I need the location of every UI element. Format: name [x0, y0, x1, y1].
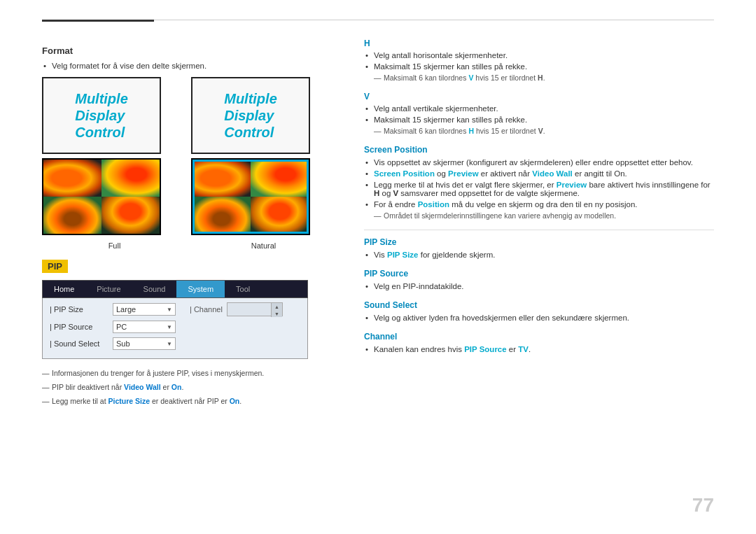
pip-size-value: Large	[116, 305, 136, 314]
menu-item-system[interactable]: System	[176, 281, 225, 297]
pip-source-label: | PIP Source	[50, 323, 113, 331]
screen-position-section: Screen Position Vis oppsettet av skjerme…	[364, 145, 714, 220]
channel-spin-down[interactable]: ▼	[272, 310, 282, 317]
pip-source-select[interactable]: PC ▼	[113, 321, 176, 333]
pip-size-link: PIP Size	[387, 251, 419, 259]
v-note-v-bold: V	[538, 127, 543, 135]
pip-source-info-title: PIP Source	[364, 269, 714, 279]
h-section: H Velg antall horisontale skjermenheter.…	[364, 38, 714, 82]
photo-cell-5	[192, 160, 251, 197]
sound-select-info: Sound Select Velg og aktiver lyden fra h…	[364, 300, 714, 322]
photo-cell-4	[102, 197, 160, 234]
left-column: Format Velg formatet for å vise den delt…	[42, 38, 336, 409]
screen-pos-bullet-1: Vis oppsettet av skjermer (konfigurert a…	[374, 158, 714, 167]
photo-cell-1	[43, 160, 102, 197]
channel-link-tv: TV	[518, 345, 528, 353]
v-note-h-link: H	[468, 127, 474, 135]
channel-spin: ▲ ▼	[271, 303, 282, 317]
channel-spin-up[interactable]: ▲	[272, 303, 282, 310]
pip-note-3-link-on: On	[230, 397, 240, 405]
pip-note-2-end: .	[181, 383, 183, 391]
sound-select-info-bullet: Velg og aktiver lyden fra hovedskjermen …	[374, 314, 714, 322]
sound-select-label: | Sound Select	[50, 339, 113, 348]
pip-note-2-link-videowall: Video Wall	[124, 383, 161, 391]
menu-item-tool[interactable]: Tool	[225, 281, 261, 297]
h-letter: H	[364, 38, 714, 48]
screen-position-title: Screen Position	[364, 145, 714, 155]
channel-input-wrapper: ▲ ▼	[227, 302, 283, 316]
channel-link-pipsource: PIP Source	[464, 345, 507, 353]
pip-size-info: PIP Size Vis PIP Size for gjeldende skje…	[364, 237, 714, 259]
v-section: V Velg antall vertikale skjermenheter. M…	[364, 92, 714, 135]
photo-cell-3	[43, 197, 102, 234]
screen-pos-v-bold: V	[393, 189, 399, 197]
pip-size-label: | PIP Size	[50, 305, 113, 314]
v-bullet-2: Maksimalt 15 skjermer kan stilles på rek…	[374, 115, 714, 124]
pip-size-info-bullet: Vis PIP Size for gjeldende skjerm.	[374, 251, 714, 259]
photo-cell-7	[192, 197, 251, 234]
channel-label: | Channel	[190, 305, 223, 314]
screen-pos-link-sp: Screen Position	[374, 169, 435, 178]
photo-cell-8	[251, 197, 309, 234]
pip-badge: PIP	[42, 260, 68, 273]
h-bullet-1: Velg antall horisontale skjermenheter.	[374, 51, 714, 59]
screen-pos-link-position: Position	[418, 200, 449, 209]
pip-note-2-text: PIP blir deaktivert når	[52, 383, 124, 391]
screen-pos-link-preview: Preview	[448, 169, 478, 178]
v-letter: V	[364, 92, 714, 101]
pip-note-1-text: Informasjonen du trenger for å justere P…	[52, 369, 264, 377]
v-bullet-1: Velg antall vertikale skjermenheter.	[374, 104, 714, 113]
pip-section: PIP Home Picture Sound System Tool | PIP…	[42, 260, 336, 407]
pip-size-row: | PIP Size Large ▼ | Channel ▲ ▼	[50, 302, 300, 316]
mdc-text-2: Multiple Display Control	[220, 86, 281, 145]
format-bullet: Velg formatet for å vise den delte skjer…	[52, 62, 336, 70]
photo-grid-box-natural	[191, 158, 310, 235]
sound-select-row: | Sound Select Sub ▼	[50, 337, 300, 350]
right-column: H Velg antall horisontale skjermenheter.…	[364, 38, 714, 409]
pip-note-2-middle: er	[161, 383, 172, 391]
screen-pos-h-bold: H	[374, 189, 379, 197]
screen-pos-link-vw: Video Wall	[532, 169, 573, 178]
pip-size-info-title: PIP Size	[364, 237, 714, 247]
photo-cell-6	[251, 160, 309, 197]
sound-select-arrow: ▼	[167, 341, 172, 347]
menu-item-picture[interactable]: Picture	[85, 281, 132, 297]
format-labels: Full Natural	[42, 239, 336, 250]
photo-grid-full	[42, 158, 187, 235]
pip-size-select[interactable]: Large ▼	[113, 303, 176, 316]
screen-pos-bullet-4: For å endre Position må du velge en skje…	[374, 200, 714, 209]
channel-info-title: Channel	[364, 332, 714, 342]
sound-select-dropdown[interactable]: Sub ▼	[113, 337, 176, 350]
pip-source-info: PIP Source Velg en PIP-inndatakilde.	[364, 269, 714, 290]
format-images-grid: Multiple Display Control Multiple Displa…	[42, 77, 336, 235]
pip-source-info-bullet: Velg en PIP-inndatakilde.	[374, 282, 714, 290]
pip-note-2-link-on: On	[172, 383, 182, 391]
menu-item-home[interactable]: Home	[43, 281, 85, 297]
pip-source-arrow: ▼	[167, 324, 172, 330]
mdc-text-1: Multiple Display Control	[71, 86, 132, 145]
pip-note-3-middle: er deaktivert når PIP er	[150, 397, 230, 405]
h-note: Maksimalt 6 kan tilordnes V hvis 15 er t…	[374, 73, 714, 82]
pip-note-2: PIP blir deaktivert når Video Wall er On…	[42, 381, 336, 393]
h-note-h-bold: H	[538, 73, 543, 82]
mdc-box-1: Multiple Display Control	[42, 77, 161, 154]
pip-note-3: Legg merke til at Picture Size er deakti…	[42, 395, 336, 407]
pip-note-3-end: .	[239, 397, 241, 405]
photo-grid-natural	[191, 158, 336, 235]
pip-size-arrow: ▼	[167, 307, 172, 313]
page-number: 77	[692, 494, 714, 517]
sound-select-info-title: Sound Select	[364, 300, 714, 310]
screen-pos-note: Området til skjermdelerinnstillingene ka…	[374, 211, 714, 220]
menu-item-sound[interactable]: Sound	[132, 281, 177, 297]
pip-note-3-text: Legg merke til at	[52, 397, 108, 405]
v-note: Maksimalt 6 kan tilordnes H hvis 15 er t…	[374, 127, 714, 135]
pip-source-value: PC	[116, 323, 127, 331]
pip-settings-panel: | PIP Size Large ▼ | Channel ▲ ▼	[42, 298, 308, 359]
label-full: Full	[42, 241, 187, 250]
h-bullet-2: Maksimalt 15 skjermer kan stilles på rek…	[374, 62, 714, 71]
mdc-box-2: Multiple Display Control	[191, 77, 310, 154]
channel-info-bullet: Kanalen kan endres hvis PIP Source er TV…	[374, 345, 714, 353]
format-section: Format Velg formatet for å vise den delt…	[42, 45, 336, 250]
pip-menu-bar: Home Picture Sound System Tool	[42, 280, 308, 298]
pip-note-1: Informasjonen du trenger for å justere P…	[42, 367, 336, 379]
